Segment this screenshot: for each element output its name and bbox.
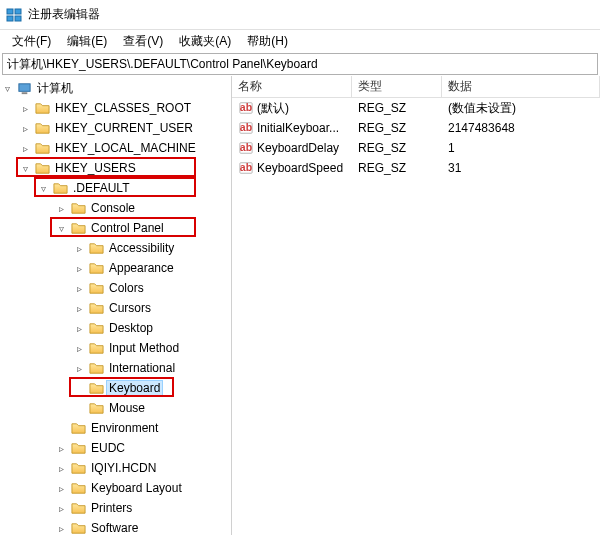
tree-root[interactable]: ▿ 计算机 <box>0 78 231 98</box>
chevron-right-icon[interactable]: ▹ <box>54 521 68 535</box>
tree-node-controlpanel[interactable]: ▿ Control Panel <box>0 218 231 238</box>
chevron-right-icon[interactable]: ▹ <box>54 201 68 215</box>
chevron-right-icon[interactable]: ▹ <box>18 121 32 135</box>
menu-help[interactable]: 帮助(H) <box>239 31 296 52</box>
chevron-down-icon[interactable]: ▿ <box>36 181 50 195</box>
svg-rect-3 <box>15 16 21 21</box>
address-text: 计算机\HKEY_USERS\.DEFAULT\Control Panel\Ke… <box>7 56 318 73</box>
folder-icon <box>88 260 104 276</box>
chevron-right-icon[interactable]: ▹ <box>54 501 68 515</box>
menu-file[interactable]: 文件(F) <box>4 31 59 52</box>
tree-node-iqiyi[interactable]: ▹IQIYI.HCDN <box>0 458 231 478</box>
folder-icon <box>70 440 86 456</box>
tree-node-keyboard[interactable]: Keyboard <box>0 378 231 398</box>
expander-none <box>72 381 86 395</box>
folder-icon <box>70 460 86 476</box>
window-title: 注册表编辑器 <box>28 6 100 23</box>
tree-node-accessibility[interactable]: ▹Accessibility <box>0 238 231 258</box>
tree-label: Console <box>88 200 138 216</box>
menu-edit[interactable]: 编辑(E) <box>59 31 115 52</box>
folder-icon <box>34 120 50 136</box>
folder-icon <box>70 200 86 216</box>
tree-node-hkcr[interactable]: ▹ HKEY_CLASSES_ROOT <box>0 98 231 118</box>
folder-icon <box>34 160 50 176</box>
svg-rect-0 <box>7 9 13 14</box>
column-header-data[interactable]: 数据 <box>442 76 600 97</box>
chevron-right-icon[interactable]: ▹ <box>72 281 86 295</box>
folder-icon <box>88 380 104 396</box>
tree-node-international[interactable]: ▹International <box>0 358 231 378</box>
folder-icon <box>88 240 104 256</box>
tree-node-inputmethod[interactable]: ▹Input Method <box>0 338 231 358</box>
list-row[interactable]: abKeyboardSpeedREG_SZ31 <box>232 158 600 178</box>
list-pane[interactable]: 名称 类型 数据 ab(默认)REG_SZ(数值未设置)abInitialKey… <box>232 76 600 535</box>
expander-none <box>72 401 86 415</box>
tree-node-default[interactable]: ▿ .DEFAULT <box>0 178 231 198</box>
value-name: InitialKeyboar... <box>257 121 339 135</box>
tree-label: HKEY_CLASSES_ROOT <box>52 100 194 116</box>
tree-node-hklm[interactable]: ▹ HKEY_LOCAL_MACHINE <box>0 138 231 158</box>
chevron-right-icon[interactable]: ▹ <box>18 141 32 155</box>
menubar: 文件(F) 编辑(E) 查看(V) 收藏夹(A) 帮助(H) <box>0 30 600 52</box>
tree-node-desktop[interactable]: ▹Desktop <box>0 318 231 338</box>
tree-label: Keyboard Layout <box>88 480 185 496</box>
chevron-right-icon[interactable]: ▹ <box>54 481 68 495</box>
expander-none <box>54 421 68 435</box>
tree-label: Input Method <box>106 340 182 356</box>
tree-node-hkcu[interactable]: ▹ HKEY_CURRENT_USER <box>0 118 231 138</box>
tree-node-hku[interactable]: ▿ HKEY_USERS <box>0 158 231 178</box>
tree-node-software[interactable]: ▹Software <box>0 518 231 535</box>
folder-icon <box>88 340 104 356</box>
value-type: REG_SZ <box>352 120 442 136</box>
list-row[interactable]: abKeyboardDelayREG_SZ1 <box>232 138 600 158</box>
value-name: KeyboardDelay <box>257 141 339 155</box>
folder-icon <box>88 360 104 376</box>
chevron-down-icon[interactable]: ▿ <box>54 221 68 235</box>
tree-label: International <box>106 360 178 376</box>
chevron-right-icon[interactable]: ▹ <box>72 321 86 335</box>
tree-node-cursors[interactable]: ▹Cursors <box>0 298 231 318</box>
menu-view[interactable]: 查看(V) <box>115 31 171 52</box>
tree-label: 计算机 <box>34 79 76 98</box>
address-bar[interactable]: 计算机\HKEY_USERS\.DEFAULT\Control Panel\Ke… <box>2 53 598 75</box>
tree-pane[interactable]: ▿ 计算机 ▹ HKEY_CLASSES_ROOT ▹ HKEY_CURRENT… <box>0 76 232 535</box>
tree-node-eudc[interactable]: ▹EUDC <box>0 438 231 458</box>
string-value-icon: ab <box>238 120 254 136</box>
folder-icon <box>70 420 86 436</box>
chevron-right-icon[interactable]: ▹ <box>72 241 86 255</box>
value-data: 2147483648 <box>442 120 600 136</box>
column-header-type[interactable]: 类型 <box>352 76 442 97</box>
column-header-name[interactable]: 名称 <box>232 76 352 97</box>
chevron-right-icon[interactable]: ▹ <box>54 461 68 475</box>
chevron-right-icon[interactable]: ▹ <box>18 101 32 115</box>
menu-favorites[interactable]: 收藏夹(A) <box>171 31 239 52</box>
string-value-icon: ab <box>238 100 254 116</box>
list-row[interactable]: ab(默认)REG_SZ(数值未设置) <box>232 98 600 118</box>
chevron-right-icon[interactable]: ▹ <box>72 261 86 275</box>
list-row[interactable]: abInitialKeyboar...REG_SZ2147483648 <box>232 118 600 138</box>
svg-text:ab: ab <box>240 121 252 133</box>
value-name: (默认) <box>257 100 289 117</box>
tree-label: IQIYI.HCDN <box>88 460 159 476</box>
string-value-icon: ab <box>238 160 254 176</box>
tree-label: HKEY_USERS <box>52 160 139 176</box>
tree-node-mouse[interactable]: Mouse <box>0 398 231 418</box>
tree-node-printers[interactable]: ▹Printers <box>0 498 231 518</box>
chevron-right-icon[interactable]: ▹ <box>72 361 86 375</box>
tree-label: Software <box>88 520 141 535</box>
chevron-down-icon[interactable]: ▿ <box>18 161 32 175</box>
svg-rect-2 <box>7 16 13 21</box>
svg-text:ab: ab <box>240 101 252 113</box>
folder-icon <box>70 500 86 516</box>
chevron-right-icon[interactable]: ▹ <box>72 301 86 315</box>
value-data: (数值未设置) <box>442 99 600 118</box>
chevron-down-icon[interactable]: ▿ <box>0 81 14 95</box>
tree-node-appearance[interactable]: ▹Appearance <box>0 258 231 278</box>
tree-node-console[interactable]: ▹ Console <box>0 198 231 218</box>
svg-rect-4 <box>18 83 29 91</box>
tree-node-colors[interactable]: ▹Colors <box>0 278 231 298</box>
tree-node-environment[interactable]: Environment <box>0 418 231 438</box>
chevron-right-icon[interactable]: ▹ <box>54 441 68 455</box>
tree-node-kblayout[interactable]: ▹Keyboard Layout <box>0 478 231 498</box>
chevron-right-icon[interactable]: ▹ <box>72 341 86 355</box>
